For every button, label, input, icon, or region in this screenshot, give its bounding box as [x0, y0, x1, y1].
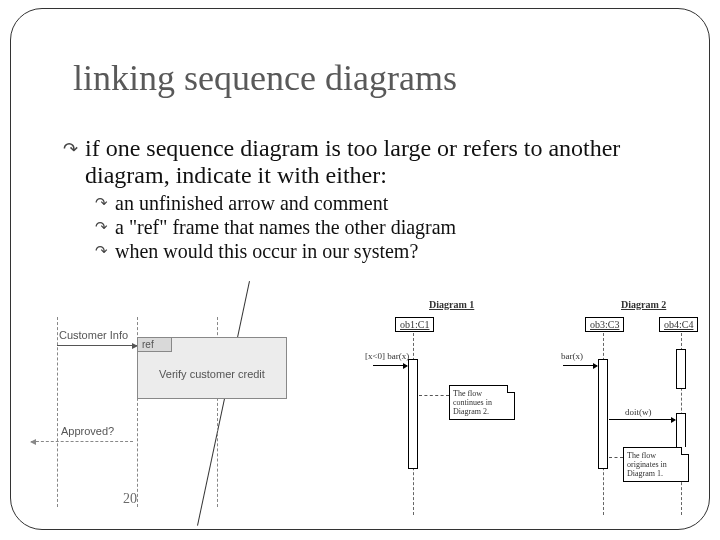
return-arrow-icon	[31, 441, 133, 442]
right-sequence-diagrams: Diagram 1 Diagram 2 ob1:C1 ob3:C3 ob4:C4…	[363, 299, 710, 519]
left-sequence-diagram: Customer Info ref Verify customer credit…	[27, 317, 307, 507]
ref-frame: ref Verify customer credit	[137, 337, 287, 399]
bullet-text: when would this occur in our system?	[115, 239, 418, 263]
bullet-icon: ↷	[95, 191, 115, 215]
bullet-level2: ↷ a "ref" frame that names the other dia…	[95, 215, 679, 239]
bullet-icon: ↷	[63, 135, 85, 189]
diagram-title: Diagram 2	[621, 299, 666, 310]
note-text: The flow continues in Diagram 2.	[453, 389, 492, 416]
bullet-icon: ↷	[95, 239, 115, 263]
object-box: ob1:C1	[395, 317, 434, 332]
ref-tab: ref	[138, 338, 172, 352]
body-text: ↷ if one sequence diagram is too large o…	[63, 135, 679, 263]
bullet-level2: ↷ an unfinished arrow and comment	[95, 191, 679, 215]
bullet-level1: ↷ if one sequence diagram is too large o…	[63, 135, 679, 189]
note-box: The flow originates in Diagram 1.	[623, 447, 689, 482]
message-label: doit(w)	[625, 407, 652, 417]
note-text: The flow originates in Diagram 1.	[627, 451, 667, 478]
message-label: bar(x)	[561, 351, 583, 361]
note-anchor-line	[419, 395, 449, 396]
message-label: [x<0] bar(x)	[365, 351, 409, 361]
note-box: The flow continues in Diagram 2.	[449, 385, 515, 420]
arrow-icon	[57, 345, 137, 346]
note-fold-icon	[507, 385, 515, 393]
object-box: ob3:C3	[585, 317, 624, 332]
message-label: Approved?	[61, 425, 114, 437]
bullet-text: if one sequence diagram is too large or …	[85, 135, 679, 189]
bullet-level2: ↷ when would this occur in our system?	[95, 239, 679, 263]
activation-bar	[598, 359, 608, 469]
bullet-icon: ↷	[95, 215, 115, 239]
slide-title: linking sequence diagrams	[73, 57, 457, 99]
slide-frame: linking sequence diagrams ↷ if one seque…	[10, 8, 710, 530]
page-number: 20	[123, 491, 137, 507]
activation-bar	[408, 359, 418, 469]
note-fold-icon	[681, 447, 689, 455]
ref-label: Verify customer credit	[138, 368, 286, 380]
object-box: ob4:C4	[659, 317, 698, 332]
arrow-icon	[373, 365, 407, 366]
bullet-text: a "ref" frame that names the other diagr…	[115, 215, 456, 239]
diagram-title: Diagram 1	[429, 299, 474, 310]
note-anchor-line	[609, 457, 623, 458]
arrow-icon	[563, 365, 597, 366]
arrow-icon	[609, 419, 675, 420]
message-label: Customer Info	[59, 329, 128, 341]
activation-bar	[676, 349, 686, 389]
bullet-text: an unfinished arrow and comment	[115, 191, 388, 215]
